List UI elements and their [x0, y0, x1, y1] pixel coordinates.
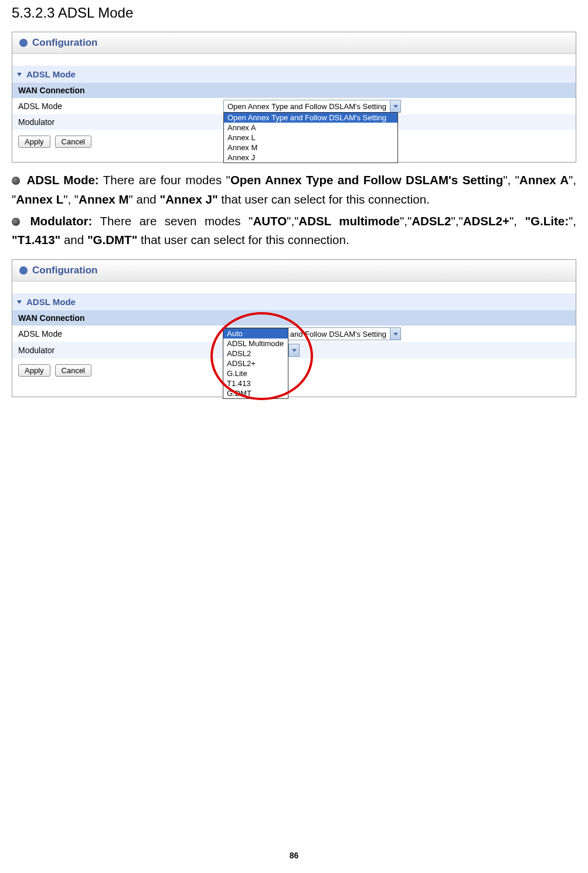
dropdown-option[interactable]: Annex L — [224, 133, 397, 143]
config-header: Configuration — [12, 32, 576, 54]
apply-button[interactable]: Apply — [18, 364, 50, 377]
cancel-button[interactable]: Cancel — [55, 136, 91, 148]
modulator-label: Modulator — [12, 343, 223, 358]
wan-header: WAN Connection — [12, 83, 576, 98]
adsl-mode-dropdown[interactable]: Open Annex Type and Follow DSLAM's Setti… — [223, 112, 398, 163]
dot-icon — [19, 266, 28, 275]
subheader-label: ADSL Mode — [26, 297, 76, 307]
button-row: Apply Cancel — [12, 358, 576, 383]
caret-down-icon — [17, 73, 22, 76]
config-panel-2: Configuration ADSL Mode WAN Connection A… — [12, 259, 576, 397]
dot-icon — [19, 39, 28, 47]
row-adsl-mode: ADSL Mode Open Annex Type and Follow DSL… — [12, 326, 576, 342]
adsl-mode-select[interactable]: Open Annex Type and Follow DSLAM's Setti… — [223, 100, 401, 113]
page-number: 86 — [12, 851, 576, 860]
desc-adsl-mode: ADSL Mode: There are four modes "Open An… — [12, 171, 576, 209]
modulator-dropdown[interactable]: Auto ADSL Multimode ADSL2 ADSL2+ G.Lite … — [223, 328, 288, 399]
config-header: Configuration — [12, 260, 576, 282]
chevron-down-icon[interactable] — [288, 344, 299, 356]
dropdown-option[interactable]: Annex M — [224, 143, 397, 153]
chevron-down-icon[interactable] — [390, 100, 400, 112]
cancel-button[interactable]: Cancel — [55, 364, 91, 377]
dropdown-option[interactable]: Auto — [223, 329, 288, 339]
dropdown-option[interactable]: ADSL2 — [223, 348, 288, 358]
row-modulator: Modulator Auto — [12, 342, 576, 358]
config-title: Configuration — [32, 265, 97, 276]
dropdown-option[interactable]: ADSL Multimode — [223, 339, 288, 348]
dropdown-option[interactable]: Annex A — [224, 123, 397, 133]
row-adsl-mode: ADSL Mode Open Annex Type and Follow DSL… — [12, 98, 576, 114]
subheader-adsl[interactable]: ADSL Mode — [12, 66, 576, 83]
adsl-mode-value: Open Annex Type and Follow DSLAM's Setti… — [224, 102, 390, 111]
adsl-mode-label: ADSL Mode — [12, 99, 223, 114]
dropdown-option[interactable]: T1.413 — [223, 378, 288, 388]
dropdown-option[interactable]: G.Lite — [223, 368, 288, 378]
dropdown-option[interactable]: Open Annex Type and Follow DSLAM's Setti… — [224, 113, 397, 123]
subheader-adsl[interactable]: ADSL Mode — [12, 293, 576, 310]
dropdown-option[interactable]: ADSL2+ — [223, 358, 288, 368]
apply-button[interactable]: Apply — [18, 136, 50, 148]
bullet-icon — [12, 177, 20, 185]
desc-modulator: Modulator: There are seven modes "AUTO",… — [12, 212, 576, 251]
dropdown-option[interactable]: Annex J — [224, 153, 397, 163]
wan-header: WAN Connection — [12, 310, 576, 326]
adsl-mode-label: ADSL Mode — [12, 326, 223, 341]
subheader-label: ADSL Mode — [26, 69, 76, 79]
config-panel-1: Configuration ADSL Mode WAN Connection A… — [12, 32, 576, 163]
caret-down-icon — [17, 300, 22, 304]
bullet-icon — [12, 218, 20, 226]
dropdown-option[interactable]: G.DMT — [223, 388, 288, 398]
modulator-label: Modulator — [12, 114, 223, 130]
config-title: Configuration — [32, 37, 97, 48]
chevron-down-icon[interactable] — [390, 328, 400, 340]
section-heading: 5.3.2.3 ADSL Mode — [12, 5, 576, 21]
